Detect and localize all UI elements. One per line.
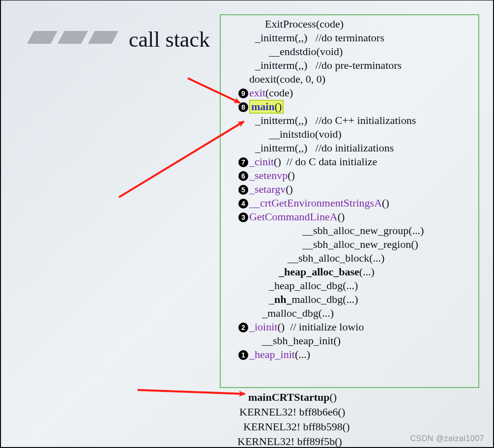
- code-text: _setargv: [249, 183, 286, 195]
- code-text: KERNEL32! bff8b6e6(): [239, 406, 345, 418]
- code-text: _initterm(,,) //do pre-terminators: [255, 59, 402, 71]
- code-text: (...): [359, 266, 375, 278]
- stack-row: __initstdio(void): [224, 127, 477, 141]
- stack-row: 1_heap_init(...): [224, 348, 477, 361]
- stack-row: _nh_malloc_dbg(...): [224, 293, 477, 306]
- stack-row: KERNEL32! bff8b598(): [220, 419, 350, 434]
- stack-row: KERNEL32! bff89f5b(): [220, 434, 350, 448]
- code-text: (...): [295, 348, 310, 360]
- step-badge: 7: [238, 157, 248, 167]
- code-text: __sbh_alloc_block(...): [288, 252, 384, 264]
- stack-row: _heap_alloc_base(...): [224, 265, 477, 279]
- code-text: ExitProcess(code): [265, 18, 344, 30]
- code-text: KERNEL32! bff89f5b(): [237, 435, 342, 448]
- step-badge: 5: [238, 185, 248, 195]
- code-text: GetCommandLineA: [249, 210, 338, 223]
- code-text: _ioinit: [249, 321, 277, 333]
- code-text: __sbh_alloc_new_region(): [302, 238, 418, 250]
- bar-icon: [27, 31, 58, 44]
- diagram-page: call stack ExitProcess(code)_initterm(,,…: [0, 0, 494, 448]
- stack-row: mainCRTStartup(): [220, 390, 350, 405]
- code-text: (): [382, 197, 389, 209]
- code-text: KERNEL32! bff8b598(): [243, 420, 350, 433]
- stack-row: doexit(code, 0, 0): [224, 72, 477, 86]
- code-text: nh_: [274, 293, 291, 305]
- stack-row: 5_setargv(): [224, 182, 477, 196]
- decorative-bars: [30, 31, 115, 44]
- code-text: _heap_alloc_dbg(...): [269, 279, 358, 292]
- stack-row: 6_setenvp(): [224, 169, 477, 182]
- code-text: heap_alloc_base: [284, 266, 359, 278]
- step-badge: 6: [238, 171, 248, 181]
- code-text: _: [269, 293, 274, 305]
- code-text: (): [288, 169, 295, 181]
- stack-row: _initterm(,,) //do pre-terminators: [224, 59, 477, 72]
- code-text: _setenvp: [249, 169, 288, 181]
- code-text: (): [275, 100, 282, 113]
- step-badge: 3: [238, 212, 248, 222]
- stack-row: __sbh_alloc_block(...): [224, 251, 477, 265]
- code-text: () // initialize lowio: [277, 321, 364, 333]
- stack-row: _initterm(,,) //do terminators: [224, 31, 477, 45]
- highlight-main: main(): [249, 100, 284, 114]
- stack-row: 9exit(code): [224, 86, 477, 100]
- code-text: exit: [249, 87, 265, 99]
- code-text: _malloc_dbg(...): [262, 307, 334, 319]
- stack-row: __endstdio(void): [224, 45, 477, 59]
- code-text: _initterm(,,) //do C++ initializations: [255, 114, 416, 126]
- bar-icon: [88, 31, 118, 44]
- stack-row: _heap_alloc_dbg(...): [224, 279, 477, 293]
- stack-row: 2_ioinit() // initialize lowio: [224, 320, 477, 334]
- step-badge: 2: [238, 323, 248, 332]
- code-text: __initstdio(void): [269, 128, 342, 140]
- step-badge: 1: [238, 350, 248, 360]
- code-text: mainCRTStartup: [248, 391, 329, 403]
- call-stack-box: ExitProcess(code)_initterm(,,) //do term…: [220, 14, 479, 388]
- code-text: _: [279, 266, 284, 278]
- code-text: main: [251, 100, 275, 113]
- stack-row: 3GetCommandLineA(): [224, 210, 477, 224]
- code-text: __sbh_heap_init(): [262, 334, 341, 347]
- code-text: () // do C data initialize: [274, 155, 377, 168]
- code-text: (): [329, 391, 337, 403]
- code-text: (code): [265, 87, 293, 99]
- step-badge: 9: [238, 89, 248, 98]
- code-text: __sbh_alloc_new_group(...): [302, 224, 424, 237]
- code-text: (): [286, 183, 293, 195]
- stack-row: _initterm(,,) //do initializations: [224, 141, 477, 155]
- code-text: __crtGetEnvironmentStringsA: [249, 197, 382, 209]
- code-text: _heap_init: [249, 348, 295, 360]
- stack-row: _initterm(,,) //do C++ initializations: [224, 114, 477, 127]
- below-stack-lines: mainCRTStartup()KERNEL32! bff8b6e6()KERN…: [220, 390, 350, 448]
- bar-icon: [58, 31, 88, 44]
- page-title: call stack: [129, 27, 210, 52]
- stack-row: 8main(): [224, 100, 477, 114]
- code-text: (): [338, 210, 345, 223]
- stack-row: 7_cinit() // do C data initialize: [224, 155, 477, 169]
- stack-row: _malloc_dbg(...): [224, 306, 477, 320]
- code-text: _initterm(,,) //do terminators: [255, 31, 384, 44]
- code-text: __endstdio(void): [269, 45, 343, 58]
- stack-row: 4__crtGetEnvironmentStringsA(): [224, 196, 477, 210]
- stack-row: KERNEL32! bff8b6e6(): [220, 405, 350, 419]
- stack-row: ExitProcess(code): [224, 17, 477, 31]
- step-badge: 8: [238, 102, 248, 112]
- stack-row: __sbh_alloc_new_region(): [224, 238, 477, 251]
- code-text: _initterm(,,) //do initializations: [255, 142, 394, 154]
- stack-row: __sbh_alloc_new_group(...): [224, 224, 477, 238]
- watermark-text: CSDN @zaizai1007: [410, 434, 484, 443]
- step-badge: 4: [238, 199, 248, 209]
- code-text: doexit(code, 0, 0): [249, 73, 325, 85]
- code-text: malloc_dbg(...): [291, 293, 358, 305]
- stack-row: __sbh_heap_init(): [224, 334, 477, 348]
- code-text: _cinit: [249, 155, 274, 168]
